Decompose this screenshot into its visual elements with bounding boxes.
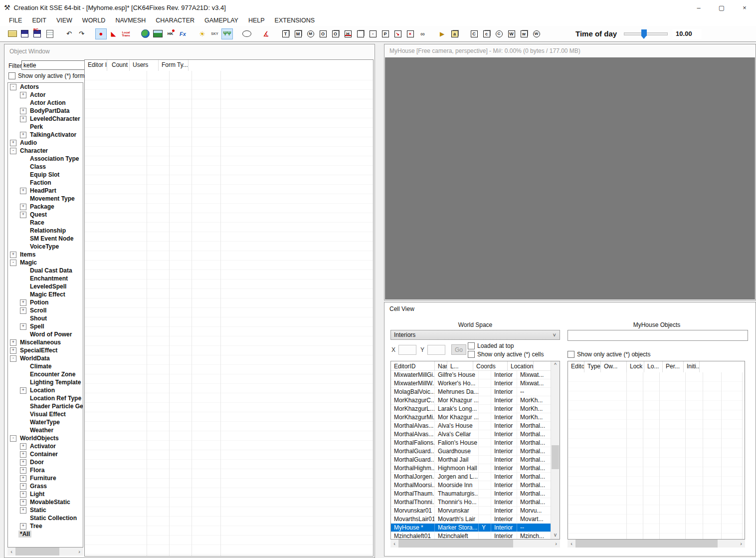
tree-expander[interactable]: + <box>20 387 26 394</box>
tree-item[interactable]: Shout <box>8 314 83 322</box>
scroll-thumb[interactable] <box>15 548 59 556</box>
menu-gameplay[interactable]: GAMEPLAY <box>199 16 243 25</box>
tree-expander[interactable]: + <box>20 475 26 482</box>
scroll-thumb[interactable] <box>398 540 513 548</box>
column-header[interactable]: Name <box>435 361 447 370</box>
column-header[interactable]: Initi.. <box>684 361 700 372</box>
scroll-thumb[interactable] <box>575 540 718 548</box>
cell-row[interactable]: MorKhazgurC... Mor Khazgur ... Interior … <box>391 396 560 405</box>
tree-item[interactable]: + Grass <box>8 482 83 490</box>
column-header[interactable]: Lo... <box>644 361 663 372</box>
tree-expander[interactable]: + <box>20 323 26 330</box>
cell-row[interactable]: MorthalThonni... Thonnir's Ho... Interio… <box>391 498 560 507</box>
column-header[interactable]: Coords <box>473 361 508 370</box>
tree-item[interactable]: + SpecialEffect <box>8 346 83 354</box>
tree-item[interactable]: Actor Action <box>8 99 83 107</box>
tree-item[interactable]: + Items <box>8 251 83 259</box>
tree-expander[interactable]: + <box>10 140 16 146</box>
tree-item[interactable]: - Character <box>8 147 83 155</box>
tree-expander[interactable]: + <box>20 491 26 498</box>
tree-expander[interactable]: + <box>20 212 26 218</box>
tree-expander[interactable]: - <box>10 355 16 362</box>
tree-item[interactable]: + Scroll <box>8 306 83 314</box>
tree-item[interactable]: + Audio <box>8 139 83 147</box>
tree-item[interactable]: + LeveledCharacter <box>8 115 83 123</box>
tree-item[interactable]: VoiceType <box>8 243 83 251</box>
cell-row[interactable]: MorthalGuard... Morthal Jail Interior Mo… <box>391 456 560 464</box>
tree-item[interactable]: Static Collection <box>8 514 83 522</box>
tree-expander[interactable]: + <box>20 108 26 114</box>
time-of-day-slider[interactable] <box>624 32 668 35</box>
scroll-thumb[interactable] <box>552 445 559 469</box>
scroll-left-icon[interactable]: ‹ <box>567 541 575 547</box>
tree-item[interactable]: Association Type <box>8 155 83 163</box>
menu-world[interactable]: WORLD <box>77 16 111 25</box>
tree-expander[interactable]: + <box>20 507 26 514</box>
tree-expander[interactable]: + <box>20 188 26 194</box>
tree-expander[interactable]: + <box>20 116 26 122</box>
tree-item[interactable]: + Potion <box>8 298 83 306</box>
show-active-cells-checkbox[interactable] <box>468 351 475 358</box>
cell-row[interactable]: MovarthsLair01 Movarth's Lair Interior M… <box>391 515 560 524</box>
go-button[interactable]: Go <box>451 344 466 355</box>
objects-filter-input[interactable] <box>567 330 748 341</box>
tree-expander[interactable]: - <box>10 260 16 266</box>
tree-item[interactable]: Shader Particle Ge <box>8 402 83 410</box>
tree-item[interactable]: - Magic <box>8 259 83 267</box>
tree-item[interactable]: Weather <box>8 426 83 434</box>
tree-item[interactable]: Class <box>8 163 83 171</box>
tree-expander[interactable]: + <box>10 252 16 258</box>
tree-item[interactable]: + Location <box>8 386 83 394</box>
close-button[interactable]: × <box>733 0 756 15</box>
cell-row[interactable]: MorthalThaum... Thaumaturgis... Interior… <box>391 490 560 498</box>
tree-item[interactable]: Perk <box>8 123 83 131</box>
tree-item[interactable]: + Quest <box>8 211 83 219</box>
scroll-down-icon[interactable]: v <box>554 531 557 539</box>
cell-row[interactable]: MorthalHighm... Highmoon Hall Interior M… <box>391 464 560 473</box>
tree-item[interactable]: + Tree <box>8 522 83 530</box>
tree-item[interactable]: + HeadPart <box>8 187 83 195</box>
column-header[interactable]: EditorID <box>391 361 435 370</box>
cell-row[interactable]: MorKhazgurL... Larak's Long... Interior … <box>391 405 560 413</box>
menu-character[interactable]: CHARACTER <box>151 16 199 25</box>
menu-file[interactable]: FILE <box>4 16 27 25</box>
cell-row[interactable]: MorKhazgurMi... Mor Khazgur ... Interior… <box>391 413 560 422</box>
tree-item[interactable]: Enchantment <box>8 275 83 282</box>
scroll-left-icon[interactable]: ‹ <box>7 549 15 555</box>
column-header[interactable]: Per... <box>663 361 684 372</box>
tree-expander[interactable]: + <box>20 459 26 466</box>
tree-item[interactable]: + MovableStatic <box>8 498 83 506</box>
tree-expander[interactable]: - <box>10 435 16 442</box>
tree-item[interactable]: Visual Effect <box>8 410 83 418</box>
tree-item[interactable]: + Package <box>8 203 83 211</box>
scroll-right-icon[interactable]: › <box>552 541 560 547</box>
maximize-button[interactable]: ▢ <box>710 0 733 15</box>
tree-item[interactable]: Dual Cast Data <box>8 267 83 275</box>
cell-row[interactable]: MolagBalVoic... Mehrunes Da... Interior … <box>391 388 560 396</box>
scroll-right-icon[interactable]: › <box>737 541 745 547</box>
cell-row[interactable]: MorthalGuard... Guardhouse Interior Mort… <box>391 447 560 456</box>
menu-navmesh[interactable]: NAVMESH <box>110 16 151 25</box>
tree-item[interactable]: + Flora <box>8 466 83 474</box>
tree-item[interactable]: Climate <box>8 362 83 370</box>
tree-item[interactable]: + Light <box>8 490 83 498</box>
tree-item[interactable]: Race <box>8 219 83 227</box>
tree-item[interactable]: Encounter Zone <box>8 370 83 378</box>
tree-item[interactable]: Location Ref Type <box>8 394 83 402</box>
tree-item[interactable]: + TalkingActivator <box>8 131 83 139</box>
tree-item[interactable]: + Furniture <box>8 474 83 482</box>
tree-item[interactable]: + Door <box>8 458 83 466</box>
menu-extensions[interactable]: EXTENSIONS <box>270 16 320 25</box>
column-header[interactable]: Lock L... <box>627 361 644 372</box>
cell-row[interactable]: MorthalAlvas... Alva's Cellar Interior M… <box>391 430 560 439</box>
tree-item[interactable]: Faction <box>8 179 83 187</box>
cell-row[interactable]: MixwaterMillGi... Gilfre's House Interio… <box>391 371 560 379</box>
tree-item[interactable]: *All <box>8 530 83 538</box>
tree-item[interactable]: + Container <box>8 450 83 458</box>
tree-item[interactable]: Relationship <box>8 227 83 235</box>
tree-item[interactable]: + Spell <box>8 322 83 330</box>
tree-expander[interactable]: + <box>20 307 26 314</box>
cell-row[interactable]: MorthalAlvas... Alva's House Interior Mo… <box>391 422 560 430</box>
menu-view[interactable]: VIEW <box>51 16 77 25</box>
tree-item[interactable]: - Actors <box>8 83 83 91</box>
